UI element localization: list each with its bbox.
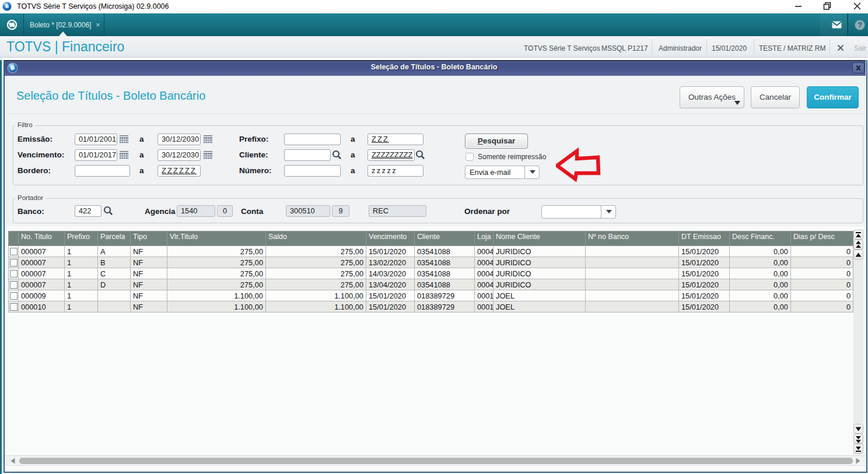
svg-text:?: ? <box>858 20 862 29</box>
